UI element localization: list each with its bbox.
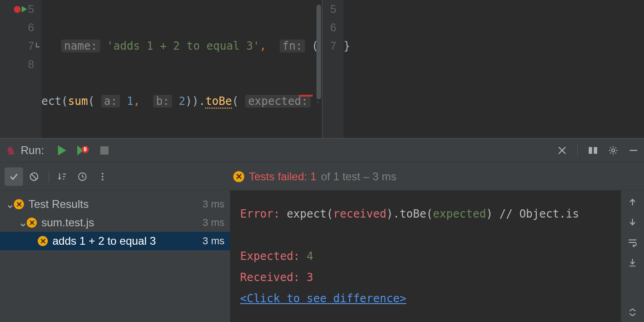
tree-time: 3 ms [202, 198, 224, 210]
chevron-down-icon[interactable]: ⌄ [6, 198, 13, 211]
svg-text:9: 9 [83, 146, 86, 153]
inlay-hint-expected: expected: [245, 95, 310, 108]
breakpoint-icon[interactable] [14, 6, 27, 13]
console-blank [240, 224, 611, 246]
tree-label: sum.test.js [41, 216, 94, 229]
svg-rect-3 [589, 147, 592, 154]
tree-label: Test Results [29, 198, 89, 211]
console-line: Error: expect(received).toBe(expected) /… [240, 203, 611, 224]
run-test-gutter-icon[interactable] [22, 6, 27, 12]
code-left[interactable]: name: 'adds 1 + 2 to equal 3', fn: ( ect… [41, 0, 318, 138]
svg-point-5 [612, 149, 615, 152]
tree-time: 3 ms [202, 217, 224, 229]
jest-icon: ♞ [6, 144, 16, 158]
fail-icon: ✕ [14, 199, 24, 209]
error-stripe[interactable] [299, 95, 313, 97]
editor-left-pane[interactable]: 5 6 7 8 name: 'adds 1 + 2 to equal 3', f… [0, 0, 322, 138]
chevron-down-icon[interactable]: ⌄ [18, 216, 26, 229]
separator [577, 144, 578, 156]
run-label: Run: [21, 144, 44, 157]
expand-icon[interactable] [627, 307, 638, 317]
gear-icon[interactable] [608, 145, 618, 155]
gutter-left[interactable]: 5 6 7 8 [0, 0, 41, 138]
fail-badge-icon: ✕ [233, 171, 244, 182]
inlay-hint-name: name: [61, 40, 100, 52]
minimize-icon[interactable] [628, 145, 638, 155]
tree-file[interactable]: ⌄ ✕ sum.test.js 3 ms [0, 213, 230, 232]
show-passed-button[interactable] [5, 167, 23, 186]
sort-button[interactable] [53, 167, 71, 186]
stop-button[interactable] [98, 144, 111, 157]
tree-label: adds 1 + 2 to equal 3 [52, 235, 156, 247]
console-side-toolbar [621, 190, 644, 322]
results-panel: ⌄ ✕ Test Results 3 ms ⌄ ✕ sum.test.js 3 … [0, 190, 644, 322]
svg-point-9 [102, 176, 104, 178]
rerun-failed-icon: 9 [77, 145, 89, 155]
line-number: 7 [325, 40, 336, 52]
up-icon[interactable] [627, 197, 638, 207]
test-tree[interactable]: ⌄ ✕ Test Results 3 ms ⌄ ✕ sum.test.js 3 … [0, 190, 230, 322]
tree-case[interactable]: ✕ adds 1 + 2 to equal 3 3 ms [0, 232, 230, 250]
close-icon[interactable] [557, 145, 567, 155]
history-button[interactable] [73, 167, 92, 186]
inlay-hint-a: a: [101, 95, 120, 108]
editor-split: 5 6 7 8 name: 'adds 1 + 2 to equal 3', f… [0, 0, 644, 138]
fold-end-icon[interactable] [33, 43, 40, 49]
editor-right-pane[interactable]: 5 6 7 −} module.exports = sum; [322, 0, 644, 138]
scrollbar[interactable] [316, 5, 321, 99]
see-difference-link[interactable]: <Click to see difference> [240, 292, 406, 305]
line-number: 5 [325, 3, 336, 16]
fail-icon: ✕ [27, 218, 37, 228]
down-icon[interactable] [627, 217, 638, 227]
inlay-hint-fn: fn: [280, 40, 305, 52]
more-button[interactable] [93, 167, 112, 186]
line-number: 6 [23, 21, 34, 34]
svg-point-10 [102, 178, 104, 180]
tests-failed-text: Tests failed: 1 [249, 170, 316, 183]
tests-rest-text: of 1 test – 3 ms [321, 170, 397, 183]
console-line-expected: Expected: 4 [240, 246, 611, 267]
line-number: 6 [325, 21, 336, 34]
gutter-right[interactable]: 5 6 7 [322, 0, 344, 138]
tree-root[interactable]: ⌄ ✕ Test Results 3 ms [0, 195, 230, 213]
line-number: 7 [23, 40, 34, 52]
svg-point-8 [102, 172, 104, 174]
test-toolbar: ✕ Tests failed: 1 of 1 test – 3 ms [0, 163, 644, 190]
code-right[interactable]: −} module.exports = sum; [344, 0, 640, 138]
play-icon [58, 145, 66, 155]
line-number: 8 [23, 58, 34, 71]
layout-icon[interactable] [588, 145, 598, 155]
softwrap-icon[interactable] [627, 237, 638, 247]
rerun-failed-button[interactable]: 9 [76, 144, 90, 157]
test-summary: ✕ Tests failed: 1 of 1 test – 3 ms [233, 170, 397, 183]
show-ignored-button[interactable] [25, 167, 43, 186]
stop-icon [100, 146, 109, 155]
run-toolbar: ♞ Run: 9 [0, 138, 644, 163]
run-button[interactable] [55, 144, 69, 157]
fail-icon: ✕ [38, 236, 48, 246]
console-line-received: Received: 3 [240, 267, 611, 288]
svg-rect-4 [594, 147, 597, 154]
tree-time: 3 ms [202, 235, 224, 247]
test-console[interactable]: Error: expect(received).toBe(expected) /… [230, 190, 621, 322]
separator [49, 171, 49, 183]
scroll-to-end-icon[interactable] [627, 258, 638, 268]
inlay-hint-b: b: [153, 95, 172, 108]
